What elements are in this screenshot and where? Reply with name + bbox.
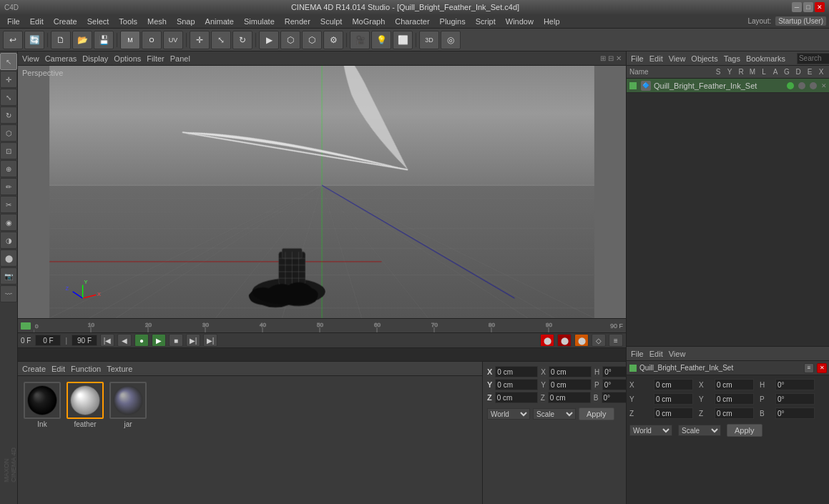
frame-input[interactable] xyxy=(35,335,61,346)
attr-close-button[interactable]: ✕ xyxy=(817,363,827,373)
stereo-button[interactable]: 3D xyxy=(419,31,439,49)
record-key-button[interactable]: ⬤ xyxy=(557,334,572,347)
attr-menu-view[interactable]: View xyxy=(669,350,686,358)
attr-menu-edit[interactable]: Edit xyxy=(649,350,663,358)
obj-menu-view[interactable]: View xyxy=(669,54,686,63)
mat-menu-function[interactable]: Function xyxy=(71,365,101,373)
coord-y-size[interactable] xyxy=(549,379,592,390)
model-mode-button[interactable]: M xyxy=(120,31,140,49)
coord-x-pos[interactable] xyxy=(495,366,538,377)
vp-menu-cameras[interactable]: Cameras xyxy=(45,54,77,63)
attr-scale-select[interactable]: Scale xyxy=(678,425,721,436)
attr-x-val[interactable] xyxy=(654,379,693,390)
camera-button[interactable]: 🎥 xyxy=(350,31,370,49)
attr-p-val[interactable] xyxy=(775,393,815,405)
render-active-button[interactable]: ⬡ xyxy=(280,31,300,49)
coord-z-size[interactable] xyxy=(548,392,591,403)
move-tool-button[interactable]: ✛ xyxy=(190,31,210,49)
save-button[interactable]: 💾 xyxy=(94,31,114,49)
menu-create[interactable]: Create xyxy=(49,16,82,27)
obj-menu-objects[interactable]: Objects xyxy=(691,54,717,63)
obj-row-main[interactable]: 🔷 Quill_Bright_Feather_Ink_Set ✕ xyxy=(627,79,829,93)
open-button[interactable]: 📂 xyxy=(72,31,92,49)
obj-menu-bookmarks[interactable]: Bookmarks xyxy=(746,54,785,63)
attr-x2-val[interactable] xyxy=(715,379,754,390)
attr-b-val[interactable] xyxy=(775,407,815,419)
vp-menu-display[interactable]: Display xyxy=(82,54,108,63)
render-settings-button[interactable]: ⚙ xyxy=(323,31,343,49)
menu-snap[interactable]: Snap xyxy=(172,16,200,27)
floor-button[interactable]: ⬜ xyxy=(393,31,413,49)
render-view-button[interactable]: ▶ xyxy=(259,31,279,49)
goto-start-button[interactable]: |◀ xyxy=(100,334,114,347)
redo-button[interactable]: 🔄 xyxy=(24,31,44,49)
menu-character[interactable]: Character xyxy=(391,16,433,27)
menu-script[interactable]: Script xyxy=(471,16,500,27)
maximize-button[interactable]: □ xyxy=(803,2,813,12)
attr-h-val[interactable] xyxy=(775,379,815,390)
obj-search-input[interactable] xyxy=(797,53,829,64)
coord-world-dropdown[interactable]: World xyxy=(487,408,530,420)
move-tool-btn[interactable]: ✛ xyxy=(0,71,17,88)
step-back-button[interactable]: ◀ xyxy=(117,334,132,347)
attr-y-val[interactable] xyxy=(654,393,693,405)
scale-tool-button[interactable]: ⤡ xyxy=(211,31,231,49)
select-tool-button[interactable]: ↖ xyxy=(0,53,17,70)
timeline-options-button[interactable]: ≡ xyxy=(609,334,623,347)
attr-world-select[interactable]: World xyxy=(629,425,672,436)
menu-tools[interactable]: Tools xyxy=(114,16,142,27)
obj-menu-file[interactable]: File xyxy=(631,54,644,63)
material-jar[interactable]: jar xyxy=(109,382,147,428)
rotate-tool-btn[interactable]: ↻ xyxy=(0,107,17,124)
attr-menu-file[interactable]: File xyxy=(631,350,644,358)
camera-tool-btn[interactable]: 📷 xyxy=(0,267,17,285)
boole-button[interactable]: ◎ xyxy=(441,31,461,49)
spline-tool-btn[interactable]: 〰 xyxy=(0,285,17,302)
menu-plugins[interactable]: Plugins xyxy=(436,16,470,27)
vp-menu-options[interactable]: Options xyxy=(114,54,141,63)
uv-mode-button[interactable]: UV xyxy=(163,31,183,49)
vp-menu-panel[interactable]: Panel xyxy=(170,54,190,63)
menu-render[interactable]: Render xyxy=(280,16,315,27)
attr-options-button[interactable]: ≡ xyxy=(804,363,814,373)
goto-end-button[interactable]: ▶| xyxy=(203,334,217,347)
obj-menu-edit[interactable]: Edit xyxy=(649,54,663,63)
material-ink[interactable]: Ink xyxy=(24,382,61,428)
menu-select[interactable]: Select xyxy=(83,16,114,27)
scale-tool-btn[interactable]: ⤡ xyxy=(0,89,17,106)
point-tool-btn[interactable]: ⊕ xyxy=(0,160,17,177)
vp-menu-view[interactable]: View xyxy=(22,54,39,63)
knife-tool-btn[interactable]: ✂ xyxy=(0,196,17,213)
undo-button[interactable]: ↩ xyxy=(3,31,23,49)
new-button[interactable]: 🗋 xyxy=(51,31,71,49)
mirror-tool-btn[interactable]: ◑ xyxy=(0,232,17,249)
menu-simulate[interactable]: Simulate xyxy=(240,16,279,27)
paint-tool-btn[interactable]: ✏ xyxy=(0,178,17,195)
auto-key-button[interactable]: ⬤ xyxy=(574,334,589,347)
step-forward-button[interactable]: ▶| xyxy=(186,334,200,347)
record-button[interactable]: ● xyxy=(134,334,149,347)
menu-mograph[interactable]: MoGraph xyxy=(348,16,389,27)
layout-preset[interactable]: Startup (User) xyxy=(775,16,826,26)
play-button[interactable]: ▶ xyxy=(152,334,166,347)
menu-animate[interactable]: Animate xyxy=(201,16,238,27)
max-frame-input[interactable] xyxy=(72,335,97,346)
render-all-button[interactable]: ⬡ xyxy=(302,31,322,49)
obj-menu-tags[interactable]: Tags xyxy=(724,54,740,63)
coord-apply-button[interactable]: Apply xyxy=(579,407,614,420)
attr-z2-val[interactable] xyxy=(715,407,754,419)
minimize-button[interactable]: ─ xyxy=(792,2,802,12)
attr-z-val[interactable] xyxy=(654,407,693,419)
menu-sculpt[interactable]: Sculpt xyxy=(316,16,347,27)
edge-tool-btn[interactable]: ⊡ xyxy=(0,142,17,159)
keyframe-button[interactable]: ◇ xyxy=(592,334,606,347)
attr-apply-button[interactable]: Apply xyxy=(727,424,762,437)
rotate-tool-button[interactable]: ↻ xyxy=(232,31,252,49)
menu-window[interactable]: Window xyxy=(501,16,538,27)
polygon-tool-btn[interactable]: ⬡ xyxy=(0,124,17,142)
menu-file[interactable]: File xyxy=(3,16,24,27)
mat-menu-edit[interactable]: Edit xyxy=(51,365,65,373)
material-feather[interactable]: feather xyxy=(67,382,104,428)
vp-menu-filter[interactable]: Filter xyxy=(147,54,164,63)
texture-tool-btn[interactable]: ⬤ xyxy=(0,249,17,267)
